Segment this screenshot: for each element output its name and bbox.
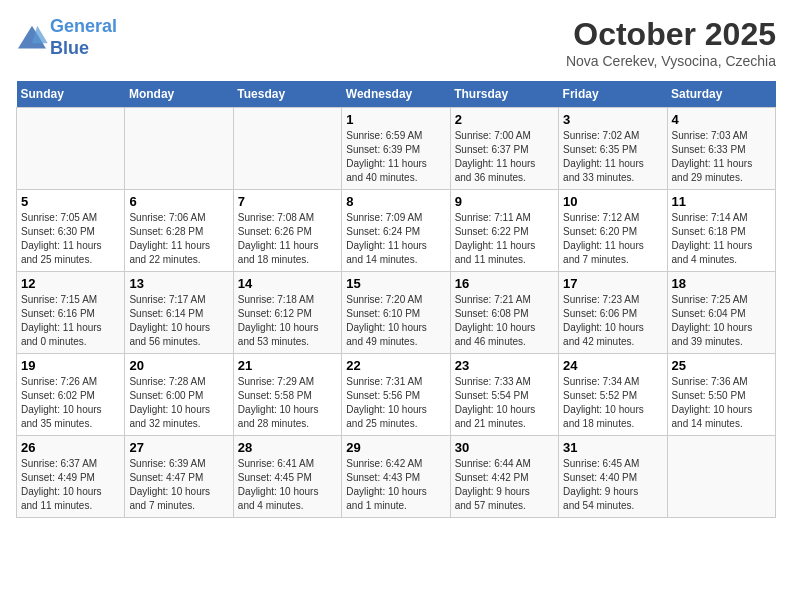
calendar-cell: 10Sunrise: 7:12 AM Sunset: 6:20 PM Dayli… [559, 190, 667, 272]
weekday-header-sunday: Sunday [17, 81, 125, 108]
calendar-cell: 31Sunrise: 6:45 AM Sunset: 4:40 PM Dayli… [559, 436, 667, 518]
cell-info: Sunrise: 7:25 AM Sunset: 6:04 PM Dayligh… [672, 293, 771, 349]
cell-info: Sunrise: 7:08 AM Sunset: 6:26 PM Dayligh… [238, 211, 337, 267]
calendar-cell: 16Sunrise: 7:21 AM Sunset: 6:08 PM Dayli… [450, 272, 558, 354]
weekday-header-thursday: Thursday [450, 81, 558, 108]
cell-info: Sunrise: 7:02 AM Sunset: 6:35 PM Dayligh… [563, 129, 662, 185]
calendar-cell: 17Sunrise: 7:23 AM Sunset: 6:06 PM Dayli… [559, 272, 667, 354]
calendar-cell: 23Sunrise: 7:33 AM Sunset: 5:54 PM Dayli… [450, 354, 558, 436]
weekday-header-friday: Friday [559, 81, 667, 108]
calendar-week-row: 12Sunrise: 7:15 AM Sunset: 6:16 PM Dayli… [17, 272, 776, 354]
day-number: 1 [346, 112, 445, 127]
cell-info: Sunrise: 7:29 AM Sunset: 5:58 PM Dayligh… [238, 375, 337, 431]
logo-icon [16, 24, 48, 52]
calendar-cell: 29Sunrise: 6:42 AM Sunset: 4:43 PM Dayli… [342, 436, 450, 518]
cell-info: Sunrise: 7:00 AM Sunset: 6:37 PM Dayligh… [455, 129, 554, 185]
day-number: 4 [672, 112, 771, 127]
day-number: 27 [129, 440, 228, 455]
cell-info: Sunrise: 7:18 AM Sunset: 6:12 PM Dayligh… [238, 293, 337, 349]
cell-info: Sunrise: 7:23 AM Sunset: 6:06 PM Dayligh… [563, 293, 662, 349]
month-title: October 2025 [566, 16, 776, 53]
day-number: 12 [21, 276, 120, 291]
calendar-cell: 24Sunrise: 7:34 AM Sunset: 5:52 PM Dayli… [559, 354, 667, 436]
day-number: 19 [21, 358, 120, 373]
calendar-cell: 25Sunrise: 7:36 AM Sunset: 5:50 PM Dayli… [667, 354, 775, 436]
cell-info: Sunrise: 7:14 AM Sunset: 6:18 PM Dayligh… [672, 211, 771, 267]
calendar-body: 1Sunrise: 6:59 AM Sunset: 6:39 PM Daylig… [17, 108, 776, 518]
calendar-cell: 15Sunrise: 7:20 AM Sunset: 6:10 PM Dayli… [342, 272, 450, 354]
calendar-cell: 9Sunrise: 7:11 AM Sunset: 6:22 PM Daylig… [450, 190, 558, 272]
weekday-header-saturday: Saturday [667, 81, 775, 108]
day-number: 31 [563, 440, 662, 455]
day-number: 9 [455, 194, 554, 209]
cell-info: Sunrise: 6:44 AM Sunset: 4:42 PM Dayligh… [455, 457, 554, 513]
day-number: 28 [238, 440, 337, 455]
cell-info: Sunrise: 7:11 AM Sunset: 6:22 PM Dayligh… [455, 211, 554, 267]
day-number: 14 [238, 276, 337, 291]
title-block: October 2025 Nova Cerekev, Vysocina, Cze… [566, 16, 776, 69]
cell-info: Sunrise: 7:03 AM Sunset: 6:33 PM Dayligh… [672, 129, 771, 185]
cell-info: Sunrise: 7:15 AM Sunset: 6:16 PM Dayligh… [21, 293, 120, 349]
logo-text: General Blue [50, 16, 117, 59]
calendar-cell: 6Sunrise: 7:06 AM Sunset: 6:28 PM Daylig… [125, 190, 233, 272]
weekday-header-row: SundayMondayTuesdayWednesdayThursdayFrid… [17, 81, 776, 108]
cell-info: Sunrise: 6:59 AM Sunset: 6:39 PM Dayligh… [346, 129, 445, 185]
day-number: 15 [346, 276, 445, 291]
calendar-cell: 18Sunrise: 7:25 AM Sunset: 6:04 PM Dayli… [667, 272, 775, 354]
calendar-cell: 14Sunrise: 7:18 AM Sunset: 6:12 PM Dayli… [233, 272, 341, 354]
calendar-cell: 7Sunrise: 7:08 AM Sunset: 6:26 PM Daylig… [233, 190, 341, 272]
calendar-cell: 5Sunrise: 7:05 AM Sunset: 6:30 PM Daylig… [17, 190, 125, 272]
calendar-cell: 12Sunrise: 7:15 AM Sunset: 6:16 PM Dayli… [17, 272, 125, 354]
calendar-cell [125, 108, 233, 190]
day-number: 21 [238, 358, 337, 373]
day-number: 22 [346, 358, 445, 373]
cell-info: Sunrise: 6:45 AM Sunset: 4:40 PM Dayligh… [563, 457, 662, 513]
day-number: 18 [672, 276, 771, 291]
day-number: 16 [455, 276, 554, 291]
cell-info: Sunrise: 7:33 AM Sunset: 5:54 PM Dayligh… [455, 375, 554, 431]
calendar-week-row: 5Sunrise: 7:05 AM Sunset: 6:30 PM Daylig… [17, 190, 776, 272]
cell-info: Sunrise: 7:36 AM Sunset: 5:50 PM Dayligh… [672, 375, 771, 431]
day-number: 8 [346, 194, 445, 209]
day-number: 29 [346, 440, 445, 455]
cell-info: Sunrise: 7:28 AM Sunset: 6:00 PM Dayligh… [129, 375, 228, 431]
cell-info: Sunrise: 7:21 AM Sunset: 6:08 PM Dayligh… [455, 293, 554, 349]
calendar-week-row: 26Sunrise: 6:37 AM Sunset: 4:49 PM Dayli… [17, 436, 776, 518]
calendar-cell [667, 436, 775, 518]
day-number: 17 [563, 276, 662, 291]
calendar-cell [17, 108, 125, 190]
calendar-cell: 1Sunrise: 6:59 AM Sunset: 6:39 PM Daylig… [342, 108, 450, 190]
cell-info: Sunrise: 7:31 AM Sunset: 5:56 PM Dayligh… [346, 375, 445, 431]
calendar-week-row: 19Sunrise: 7:26 AM Sunset: 6:02 PM Dayli… [17, 354, 776, 436]
cell-info: Sunrise: 7:17 AM Sunset: 6:14 PM Dayligh… [129, 293, 228, 349]
day-number: 6 [129, 194, 228, 209]
calendar-cell: 30Sunrise: 6:44 AM Sunset: 4:42 PM Dayli… [450, 436, 558, 518]
day-number: 11 [672, 194, 771, 209]
calendar-cell: 3Sunrise: 7:02 AM Sunset: 6:35 PM Daylig… [559, 108, 667, 190]
calendar-week-row: 1Sunrise: 6:59 AM Sunset: 6:39 PM Daylig… [17, 108, 776, 190]
calendar-cell: 11Sunrise: 7:14 AM Sunset: 6:18 PM Dayli… [667, 190, 775, 272]
cell-info: Sunrise: 6:41 AM Sunset: 4:45 PM Dayligh… [238, 457, 337, 513]
day-number: 23 [455, 358, 554, 373]
day-number: 30 [455, 440, 554, 455]
calendar-cell: 19Sunrise: 7:26 AM Sunset: 6:02 PM Dayli… [17, 354, 125, 436]
calendar-cell: 13Sunrise: 7:17 AM Sunset: 6:14 PM Dayli… [125, 272, 233, 354]
day-number: 20 [129, 358, 228, 373]
day-number: 7 [238, 194, 337, 209]
cell-info: Sunrise: 7:12 AM Sunset: 6:20 PM Dayligh… [563, 211, 662, 267]
calendar-table: SundayMondayTuesdayWednesdayThursdayFrid… [16, 81, 776, 518]
cell-info: Sunrise: 7:05 AM Sunset: 6:30 PM Dayligh… [21, 211, 120, 267]
logo-line2: Blue [50, 38, 89, 58]
day-number: 26 [21, 440, 120, 455]
calendar-cell: 27Sunrise: 6:39 AM Sunset: 4:47 PM Dayli… [125, 436, 233, 518]
day-number: 10 [563, 194, 662, 209]
cell-info: Sunrise: 6:39 AM Sunset: 4:47 PM Dayligh… [129, 457, 228, 513]
day-number: 25 [672, 358, 771, 373]
calendar-cell: 2Sunrise: 7:00 AM Sunset: 6:37 PM Daylig… [450, 108, 558, 190]
cell-info: Sunrise: 6:37 AM Sunset: 4:49 PM Dayligh… [21, 457, 120, 513]
day-number: 5 [21, 194, 120, 209]
calendar-cell: 26Sunrise: 6:37 AM Sunset: 4:49 PM Dayli… [17, 436, 125, 518]
calendar-cell: 22Sunrise: 7:31 AM Sunset: 5:56 PM Dayli… [342, 354, 450, 436]
cell-info: Sunrise: 7:34 AM Sunset: 5:52 PM Dayligh… [563, 375, 662, 431]
logo-line1: General [50, 16, 117, 36]
